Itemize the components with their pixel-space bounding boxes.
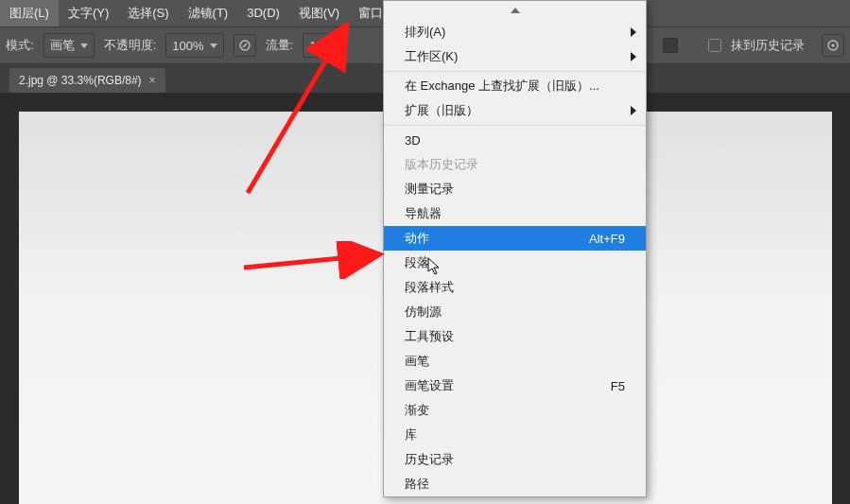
- menu-view[interactable]: 视图(V): [289, 0, 349, 26]
- menu-item-label: 测量记录: [405, 181, 454, 198]
- menu-item-label: 画笔设置: [405, 377, 454, 394]
- menu-item-label: 导航器: [405, 205, 442, 222]
- menu-item-label: 在 Exchange 上查找扩展（旧版）...: [405, 78, 599, 95]
- menu-separator: [384, 125, 646, 126]
- menu-item[interactable]: 渐变: [384, 398, 646, 423]
- menu-item[interactable]: 段落: [384, 251, 646, 275]
- menu-item-label: 扩展（旧版）: [405, 102, 478, 119]
- menu-item[interactable]: 在 Exchange 上查找扩展（旧版）...: [384, 74, 646, 98]
- flow-field[interactable]: 100%: [303, 33, 347, 58]
- menu-item[interactable]: 3D: [384, 128, 646, 152]
- menu-item[interactable]: 动作Alt+F9: [384, 226, 646, 251]
- pressure-opacity-icon[interactable]: [234, 34, 256, 57]
- opacity-value: 100%: [172, 39, 203, 53]
- menu-item[interactable]: 路径: [384, 472, 646, 496]
- menu-item-shortcut: Alt+F9: [589, 232, 625, 246]
- menu-item-label: 版本历史记录: [405, 156, 478, 173]
- menu-item[interactable]: 仿制源: [384, 300, 646, 324]
- menu-item[interactable]: 测量记录: [384, 177, 646, 201]
- menu-separator: [384, 71, 646, 72]
- menu-item[interactable]: 段落样式: [384, 275, 646, 300]
- menu-item-shortcut: F5: [611, 379, 625, 393]
- menu-item[interactable]: 工具预设: [384, 324, 646, 349]
- close-icon[interactable]: ×: [149, 74, 156, 87]
- chevron-down-icon: [80, 43, 88, 48]
- menu-item-label: 工作区(K): [405, 48, 458, 65]
- mode-dropdown[interactable]: 画笔: [43, 33, 95, 58]
- document-tab[interactable]: 2.jpg @ 33.3%(RGB/8#) ×: [9, 68, 165, 93]
- toolbar-square-icon[interactable]: [663, 38, 678, 53]
- mountain-silhouette: [246, 499, 605, 504]
- menu-item[interactable]: 导航器: [384, 201, 646, 226]
- opacity-label: 不透明度:: [104, 37, 157, 54]
- opacity-field[interactable]: 100%: [165, 33, 223, 58]
- menu-item-label: 渐变: [405, 402, 429, 419]
- chevron-down-icon: [210, 43, 217, 48]
- submenu-arrow-icon: [631, 52, 636, 61]
- flow-label: 流量:: [266, 37, 294, 54]
- menu-item: 版本历史记录: [384, 152, 646, 177]
- erase-history-checkbox[interactable]: [708, 39, 721, 52]
- document-tab-title: 2.jpg @ 33.3%(RGB/8#): [19, 74, 142, 87]
- submenu-arrow-icon: [631, 106, 636, 115]
- menu-item[interactable]: 排列(A): [384, 20, 646, 44]
- erase-history-label: 抹到历史记录: [731, 37, 805, 54]
- menu-item-label: 段落样式: [405, 279, 454, 296]
- submenu-arrow-icon: [631, 27, 636, 37]
- menu-3d[interactable]: 3D(D): [237, 0, 289, 26]
- flow-value: 100%: [309, 39, 340, 53]
- menu-layer[interactable]: 图层(L): [0, 0, 59, 26]
- menu-select[interactable]: 选择(S): [118, 0, 178, 26]
- menu-type[interactable]: 文字(Y): [59, 0, 118, 26]
- menu-item-label: 路径: [405, 476, 429, 493]
- menu-item-label: 库: [405, 426, 417, 443]
- menu-item[interactable]: 库: [384, 423, 646, 447]
- menu-item[interactable]: 画笔: [384, 349, 646, 374]
- menu-filter[interactable]: 滤镜(T): [179, 0, 238, 26]
- svg-point-2: [831, 43, 834, 46]
- menu-scroll-up[interactable]: [384, 1, 646, 20]
- menu-item-label: 排列(A): [405, 24, 445, 41]
- menu-item-label: 工具预设: [405, 328, 454, 345]
- chevron-up-icon: [511, 8, 520, 13]
- window-menu-dropdown: 排列(A)工作区(K)在 Exchange 上查找扩展（旧版）...扩展（旧版）…: [383, 0, 647, 497]
- menu-item-label: 历史记录: [405, 451, 454, 468]
- menu-item-label: 3D: [405, 133, 421, 148]
- menu-item-label: 动作: [405, 230, 429, 247]
- mode-label: 模式:: [6, 37, 34, 54]
- menu-item[interactable]: 画笔设置F5: [384, 374, 646, 398]
- mode-value: 画笔: [50, 37, 75, 54]
- menu-item-label: 仿制源: [405, 304, 442, 321]
- menu-item[interactable]: 扩展（旧版）: [384, 98, 646, 123]
- menu-item-label: 画笔: [405, 353, 429, 370]
- menu-item-label: 段落: [405, 254, 429, 271]
- menu-item[interactable]: 历史记录: [384, 447, 646, 472]
- pressure-size-icon[interactable]: [822, 34, 844, 57]
- menu-item[interactable]: 工作区(K): [384, 44, 646, 69]
